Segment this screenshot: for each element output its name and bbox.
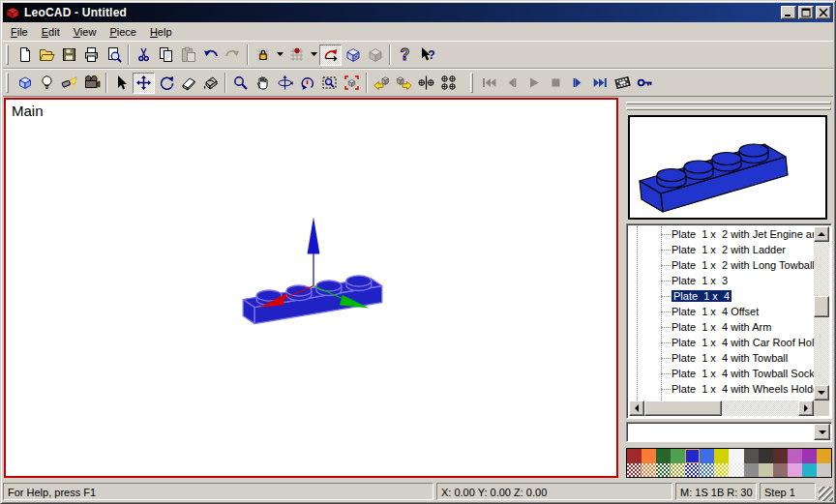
color-swatch[interactable]	[759, 449, 773, 463]
tree-item[interactable]: Plate 1 x 4 with Arm	[629, 319, 814, 335]
color-swatch[interactable]	[700, 449, 714, 463]
main-viewport[interactable]: Main	[4, 98, 618, 478]
select-tool-button[interactable]	[110, 73, 133, 94]
scroll-thumb[interactable]	[644, 400, 722, 416]
next-piece-button[interactable]	[393, 73, 415, 94]
toolbar-grip[interactable]	[469, 73, 474, 93]
color-swatch[interactable]	[627, 449, 642, 463]
piece-mirror-button[interactable]	[415, 73, 437, 94]
tree-item[interactable]: Plate 1 x 3	[629, 273, 814, 288]
color-swatch[interactable]	[671, 463, 685, 478]
tree-vertical-scrollbar[interactable]	[814, 226, 829, 400]
help-button[interactable]: ?	[394, 44, 416, 66]
print-preview-button[interactable]	[103, 44, 125, 66]
orthographic-button[interactable]	[364, 44, 386, 66]
color-swatch[interactable]	[714, 463, 729, 478]
pieces-tree-list[interactable]: Plate 1 x 2 with Jet Engine anPlate 1 x …	[629, 226, 814, 400]
resize-grip[interactable]	[819, 487, 833, 501]
tree-item[interactable]: Plate 1 x 4 with Towball	[629, 350, 814, 366]
combo-dropdown-button[interactable]	[814, 424, 830, 440]
color-swatch[interactable]	[700, 463, 714, 478]
cut-button[interactable]	[133, 44, 155, 66]
3d-scene[interactable]	[6, 100, 616, 476]
move-tool-button[interactable]	[133, 73, 155, 94]
tree-item[interactable]: Plate 1 x 4 with Car Roof Hol	[629, 335, 814, 350]
erase-tool-button[interactable]	[177, 73, 199, 94]
open-file-button[interactable]	[36, 44, 58, 66]
menu-edit[interactable]: Edit	[35, 24, 67, 40]
scroll-left-button[interactable]	[629, 400, 644, 416]
color-swatch[interactable]	[685, 463, 700, 478]
rotate-view-tool-button[interactable]	[274, 73, 296, 94]
undo-button[interactable]	[199, 44, 222, 66]
new-file-button[interactable]	[14, 44, 36, 66]
color-palette[interactable]	[626, 448, 832, 478]
piece-preview[interactable]	[628, 115, 827, 220]
add-keys-button[interactable]	[634, 73, 656, 94]
tree-item[interactable]: Plate 1 x 4 with Wheels Holde	[629, 381, 814, 397]
menu-help[interactable]: Help	[143, 24, 179, 40]
paint-tool-button[interactable]	[199, 73, 222, 94]
color-swatch[interactable]	[802, 463, 817, 478]
toolbar-grip[interactable]	[5, 44, 10, 65]
menu-view[interactable]: View	[67, 24, 104, 40]
color-swatch[interactable]	[773, 449, 788, 463]
context-help-button[interactable]: ?	[416, 44, 438, 66]
scroll-down-button[interactable]	[814, 385, 829, 400]
color-swatch[interactable]	[642, 449, 656, 463]
color-swatch[interactable]	[744, 463, 759, 478]
scroll-up-button[interactable]	[814, 226, 829, 242]
tree-item[interactable]: Plate 1 x 4	[629, 288, 814, 304]
snap-move-button[interactable]	[285, 44, 308, 66]
tree-horizontal-scrollbar[interactable]	[629, 400, 814, 416]
previous-piece-button[interactable]	[371, 73, 393, 94]
color-swatch[interactable]	[817, 449, 831, 463]
zoom-extents-tool-button[interactable]	[341, 73, 363, 94]
panel-splitter[interactable]	[626, 107, 831, 110]
add-light-button[interactable]	[36, 73, 58, 94]
close-button[interactable]	[816, 6, 831, 19]
rotate-tool-button[interactable]	[155, 73, 177, 94]
perspective-button[interactable]	[342, 44, 364, 66]
zoom-region-tool-button[interactable]	[318, 73, 341, 94]
color-swatch[interactable]	[773, 463, 788, 478]
color-swatch[interactable]	[788, 449, 802, 463]
pan-tool-button[interactable]	[252, 73, 274, 94]
lock-axes-dropdown[interactable]	[274, 44, 285, 66]
animation-mode-button[interactable]	[612, 73, 634, 94]
piece-group-value[interactable]	[627, 423, 813, 441]
color-swatch[interactable]	[642, 463, 656, 478]
snap-angle-button[interactable]	[319, 44, 342, 66]
panel-splitter[interactable]	[626, 102, 831, 104]
toolbar-grip[interactable]	[5, 73, 10, 93]
print-button[interactable]	[80, 44, 103, 66]
color-swatch[interactable]	[627, 463, 642, 478]
color-swatch[interactable]	[744, 449, 759, 463]
lock-axes-button[interactable]	[252, 44, 274, 66]
color-swatch[interactable]	[671, 449, 685, 463]
color-swatch[interactable]	[714, 449, 729, 463]
color-swatch[interactable]	[685, 449, 700, 463]
last-step-button[interactable]	[589, 73, 612, 94]
piece-group-combobox[interactable]	[626, 422, 832, 442]
maximize-button[interactable]	[798, 6, 814, 19]
save-button[interactable]	[58, 44, 80, 66]
menu-file[interactable]: File	[4, 24, 35, 40]
tree-item[interactable]: Plate 1 x 2 with Long Towball	[629, 257, 814, 273]
color-swatch[interactable]	[759, 463, 773, 478]
add-camera-button[interactable]	[80, 73, 103, 94]
color-swatch[interactable]	[817, 463, 831, 478]
tree-item[interactable]: Plate 1 x 2 with Jet Engine an	[629, 226, 814, 242]
add-piece-button[interactable]	[14, 73, 36, 94]
tree-item[interactable]: Plate 1 x 4 Offset	[629, 304, 814, 319]
menu-piece[interactable]: Piece	[103, 24, 143, 40]
pieces-tree[interactable]: Plate 1 x 2 with Jet Engine anPlate 1 x …	[626, 223, 832, 419]
tree-item[interactable]: Plate 1 x 4 with Towball Sock	[629, 366, 814, 381]
color-swatch[interactable]	[788, 463, 802, 478]
color-swatch[interactable]	[656, 463, 671, 478]
scroll-right-button[interactable]	[798, 400, 814, 416]
color-swatch[interactable]	[729, 449, 743, 463]
tree-item[interactable]: Plate 1 x 2 with Ladder	[629, 242, 814, 257]
add-spotlight-button[interactable]	[58, 73, 80, 94]
color-swatch[interactable]	[656, 449, 671, 463]
